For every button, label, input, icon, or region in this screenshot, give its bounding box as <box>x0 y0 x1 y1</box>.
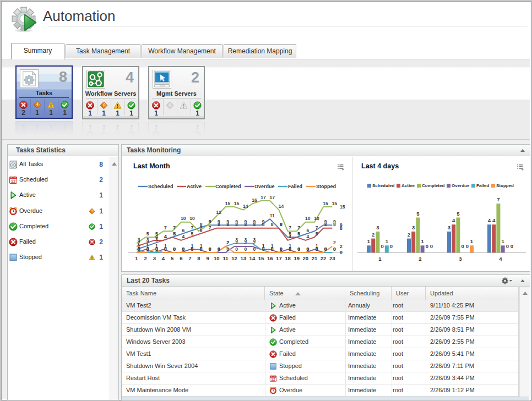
svg-text:1: 1 <box>155 243 158 249</box>
svg-text:3: 3 <box>235 237 238 243</box>
svg-text:0: 0 <box>306 246 309 252</box>
svg-text:Stopped: Stopped <box>496 183 514 188</box>
svg-text:7: 7 <box>289 225 291 230</box>
svg-text:8: 8 <box>253 222 256 227</box>
svg-text:15: 15 <box>234 201 240 206</box>
svg-text:0: 0 <box>506 243 509 249</box>
svg-text:15: 15 <box>225 201 231 206</box>
svg-text:9: 9 <box>207 255 209 261</box>
svg-text:0: 0 <box>426 243 428 249</box>
svg-text:1: 1 <box>378 256 382 262</box>
svg-text:4: 4 <box>182 234 184 239</box>
svg-text:6: 6 <box>182 228 184 233</box>
svg-text:13: 13 <box>241 255 247 261</box>
svg-text:6: 6 <box>180 255 182 261</box>
svg-text:16: 16 <box>267 255 273 261</box>
svg-text:8: 8 <box>226 222 229 227</box>
svg-text:5: 5 <box>191 231 194 237</box>
svg-text:20: 20 <box>303 255 309 261</box>
svg-text:8: 8 <box>218 222 220 227</box>
svg-text:3: 3 <box>244 237 247 243</box>
svg-text:Active: Active <box>401 183 415 188</box>
svg-text:Stopped: Stopped <box>316 184 336 189</box>
svg-text:Scheduled: Scheduled <box>148 184 173 189</box>
svg-text:Overdue: Overdue <box>254 184 275 189</box>
svg-text:10: 10 <box>189 216 195 221</box>
svg-text:0: 0 <box>235 246 238 252</box>
svg-text:4: 4 <box>499 256 502 262</box>
svg-text:0: 0 <box>244 246 247 252</box>
svg-text:4: 4 <box>306 234 309 239</box>
svg-text:0: 0 <box>218 246 220 252</box>
svg-text:2: 2 <box>419 256 421 262</box>
svg-text:7: 7 <box>173 225 176 230</box>
svg-text:6: 6 <box>306 228 309 233</box>
svg-text:23: 23 <box>329 255 335 261</box>
svg-text:1: 1 <box>470 238 474 244</box>
svg-text:5: 5 <box>297 231 300 237</box>
svg-text:12: 12 <box>216 210 222 215</box>
svg-text:3: 3 <box>412 224 415 230</box>
svg-text:15: 15 <box>332 201 338 206</box>
svg-text:0: 0 <box>461 243 464 249</box>
svg-text:15: 15 <box>323 201 328 206</box>
svg-text:0: 0 <box>280 246 283 252</box>
svg-text:10: 10 <box>181 216 186 221</box>
svg-text:2: 2 <box>144 255 146 261</box>
svg-text:7: 7 <box>188 255 191 261</box>
svg-text:5: 5 <box>146 231 149 237</box>
svg-text:11: 11 <box>270 213 275 218</box>
svg-text:18: 18 <box>285 255 291 261</box>
svg-text:7: 7 <box>497 196 500 202</box>
svg-text:Completed: Completed <box>215 184 241 189</box>
svg-text:19: 19 <box>294 255 300 261</box>
svg-text:0: 0 <box>324 246 327 252</box>
svg-text:17: 17 <box>276 255 282 261</box>
svg-text:3: 3 <box>146 237 149 243</box>
svg-text:1: 1 <box>386 238 389 244</box>
svg-text:16: 16 <box>252 197 257 203</box>
svg-text:10: 10 <box>305 216 311 221</box>
svg-text:0: 0 <box>253 246 256 252</box>
svg-text:4: 4 <box>488 217 491 223</box>
svg-text:Active: Active <box>187 184 202 189</box>
svg-text:7: 7 <box>209 225 211 230</box>
svg-text:0: 0 <box>271 246 274 252</box>
svg-text:0: 0 <box>262 246 265 252</box>
svg-text:0: 0 <box>511 243 513 249</box>
svg-text:3: 3 <box>448 224 450 230</box>
svg-text:0: 0 <box>340 250 343 255</box>
svg-text:1: 1 <box>367 238 371 244</box>
svg-text:21: 21 <box>312 255 318 261</box>
svg-text:0: 0 <box>316 246 318 252</box>
svg-text:8: 8 <box>324 222 327 227</box>
svg-text:0: 0 <box>297 246 300 252</box>
svg-text:14: 14 <box>279 204 284 209</box>
svg-text:15: 15 <box>258 255 264 261</box>
svg-text:3: 3 <box>153 255 156 261</box>
svg-text:0: 0 <box>138 246 140 252</box>
svg-text:4: 4 <box>164 234 167 239</box>
svg-text:8: 8 <box>340 226 343 231</box>
svg-text:3: 3 <box>376 224 379 230</box>
svg-text:0: 0 <box>466 243 469 249</box>
svg-text:8: 8 <box>235 222 238 227</box>
svg-text:4: 4 <box>289 234 291 239</box>
svg-text:8: 8 <box>244 222 247 227</box>
svg-text:8: 8 <box>271 222 274 227</box>
svg-text:0: 0 <box>289 246 291 252</box>
svg-text:5: 5 <box>457 211 460 217</box>
svg-text:0: 0 <box>333 246 336 252</box>
svg-text:1: 1 <box>501 238 504 244</box>
svg-text:0: 0 <box>200 246 203 252</box>
svg-text:7: 7 <box>191 225 194 230</box>
svg-text:5: 5 <box>173 231 176 237</box>
svg-text:2: 2 <box>333 240 336 245</box>
svg-text:Completed: Completed <box>422 183 444 188</box>
svg-text:9: 9 <box>209 219 211 224</box>
svg-text:Failed: Failed <box>476 183 489 188</box>
svg-text:Overdue: Overdue <box>452 183 470 188</box>
svg-text:5: 5 <box>416 211 420 217</box>
svg-text:4: 4 <box>162 255 165 261</box>
svg-text:2: 2 <box>226 240 229 245</box>
